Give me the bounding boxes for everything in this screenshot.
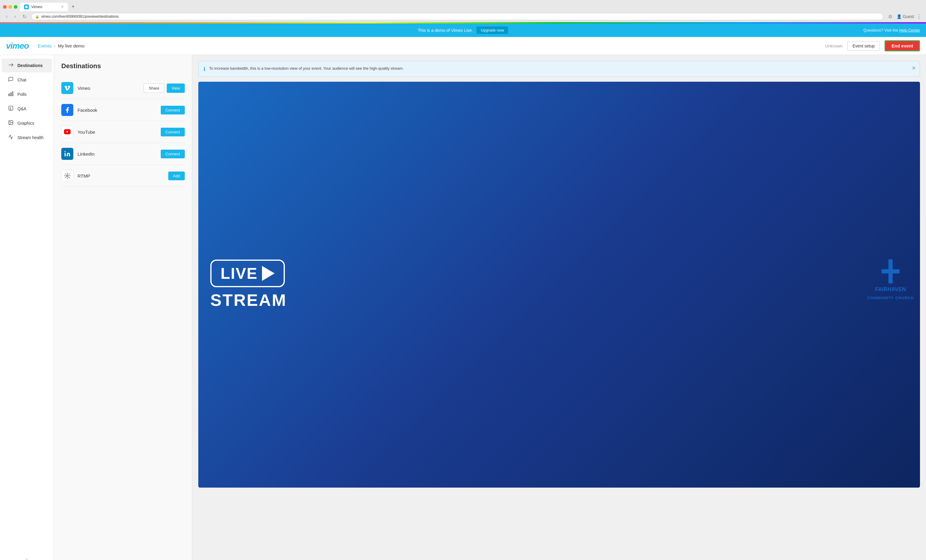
facebook-dest-name: Facebook	[77, 107, 161, 113]
live-stream-graphic: LIVE STREAM	[198, 82, 920, 487]
breadcrumb-current: My live demo	[58, 43, 85, 48]
extensions-button[interactable]: ⚙	[886, 13, 894, 20]
youtube-connect-button[interactable]: Connect	[161, 128, 185, 136]
qa-icon	[8, 106, 14, 112]
chat-icon	[8, 77, 14, 83]
youtube-icon	[61, 126, 73, 138]
svg-rect-3	[9, 94, 10, 96]
sidebar-item-polls[interactable]: Polls	[2, 88, 52, 101]
svg-point-8	[65, 151, 66, 152]
church-sub: COMMUNITY CHURCH	[867, 296, 914, 300]
vimeo-dest-name: Vimeo	[77, 86, 144, 91]
address-bar[interactable]: 🔒 vimeo.com/live/400669381/preview#desti…	[31, 13, 883, 20]
youtube-dest-actions: Connect	[161, 128, 185, 136]
sidebar-item-qa[interactable]: Q&A	[2, 102, 52, 116]
forward-button[interactable]: ›	[12, 13, 17, 20]
info-icon: ℹ	[203, 66, 206, 73]
destination-linkedin: LinkedIn Connect	[61, 143, 185, 165]
tab-close-button[interactable]: ✕	[61, 5, 64, 9]
linkedin-dest-name: LinkedIn	[77, 151, 161, 156]
sidebar-item-destinations[interactable]: Destinations	[2, 59, 52, 73]
linkedin-icon	[61, 148, 73, 160]
vimeo-view-button[interactable]: View	[167, 83, 185, 93]
content-area: Destinations Vimeo Share View Facebook	[54, 55, 926, 560]
new-tab-button[interactable]: +	[70, 2, 76, 11]
sidebar-item-chat-label: Chat	[17, 77, 26, 82]
sidebar-item-chat[interactable]: Chat	[2, 73, 52, 87]
end-event-button[interactable]: End event	[885, 40, 920, 51]
profile-label: Guest	[903, 14, 914, 19]
upgrade-button[interactable]: Upgrade now	[477, 26, 508, 34]
sidebar: Destinations Chat Polls Q&A Graphics	[0, 55, 54, 560]
sidebar-item-destinations-label: Destinations	[17, 63, 43, 68]
app-header: vimeo Events › My live demo Unknown Even…	[0, 37, 926, 55]
url-text: vimeo.com/live/400669381/preview#destina…	[41, 14, 119, 19]
tab-favicon	[24, 5, 29, 9]
close-light[interactable]	[3, 5, 7, 9]
vimeo-share-button[interactable]: Share	[144, 83, 164, 93]
reload-button[interactable]: ↻	[21, 13, 28, 20]
destinations-panel-title: Destinations	[61, 62, 185, 70]
collapse-sidebar-button[interactable]: ‹	[26, 556, 28, 560]
sidebar-item-polls-label: Polls	[17, 92, 26, 97]
destinations-icon	[8, 62, 14, 69]
header-right: Unknown Event setup End event	[825, 40, 920, 51]
browser-menu-button[interactable]: ⋮	[916, 13, 922, 20]
vimeo-logo: vimeo	[6, 41, 29, 51]
breadcrumb-events-link[interactable]: Events	[38, 43, 52, 48]
youtube-dest-name: YouTube	[77, 130, 161, 135]
lock-icon: 🔒	[35, 15, 39, 19]
cross-vertical	[888, 259, 893, 283]
help-center-link[interactable]: Help Center	[899, 28, 920, 32]
svg-point-0	[25, 6, 28, 8]
main-layout: Destinations Chat Polls Q&A Graphics	[0, 55, 926, 560]
rtmp-add-button[interactable]: Add	[168, 171, 185, 180]
preview-area: ℹ To increase bandwidth, this is a low-r…	[192, 55, 926, 560]
fullscreen-light[interactable]	[14, 5, 17, 9]
help-text: Questions? Visit the	[864, 28, 898, 32]
video-preview: LIVE STREAM FAIRHAVEN COMMUNITY CHURCH	[198, 82, 920, 487]
browser-chrome: Vimeo ✕ + ‹ › ↻ 🔒 vimeo.com/live/4006693…	[0, 0, 926, 22]
sidebar-item-stream-health-label: Stream health	[17, 135, 44, 140]
live-label: LIVE	[221, 264, 258, 282]
facebook-connect-button[interactable]: Connect	[161, 106, 185, 115]
facebook-icon	[61, 104, 73, 116]
linkedin-connect-button[interactable]: Connect	[161, 150, 185, 158]
vimeo-dest-actions: Share View	[144, 83, 185, 93]
browser-nav: ‹ › ↻ 🔒 vimeo.com/live/400669381/preview…	[0, 11, 926, 22]
facebook-dest-actions: Connect	[161, 106, 185, 115]
profile-button[interactable]: 👤 Guest	[897, 14, 914, 19]
sidebar-item-qa-label: Q&A	[17, 106, 26, 111]
svg-rect-2	[11, 93, 11, 96]
rtmp-dest-name: RTMP	[77, 173, 168, 179]
destination-rtmp: RTMP Add	[61, 165, 185, 187]
minimize-light[interactable]	[8, 5, 12, 9]
svg-rect-1	[12, 92, 13, 96]
destination-vimeo: Vimeo Share View	[61, 77, 185, 99]
browser-tab[interactable]: Vimeo ✕	[20, 3, 68, 11]
vimeo-icon	[61, 82, 73, 94]
status-badge: Unknown	[825, 44, 843, 48]
info-banner-text: To increase bandwidth, this is a low-res…	[209, 65, 915, 71]
banner-right: Questions? Visit the Help Center	[864, 28, 920, 32]
destination-youtube: YouTube Connect	[61, 121, 185, 143]
top-banner: This is a demo of Vimeo Live. Upgrade no…	[0, 23, 926, 37]
stream-health-icon	[8, 134, 14, 141]
sidebar-item-stream-health[interactable]: Stream health	[2, 131, 52, 144]
event-setup-button[interactable]: Event setup	[847, 41, 880, 51]
sidebar-item-graphics[interactable]: Graphics	[2, 116, 52, 130]
breadcrumb: Events › My live demo	[38, 43, 85, 48]
sidebar-collapse: ‹	[0, 556, 54, 560]
tab-title: Vimeo	[31, 5, 42, 9]
info-banner: ℹ To increase bandwidth, this is a low-r…	[198, 61, 920, 77]
polls-icon	[8, 91, 14, 98]
back-button[interactable]: ‹	[4, 13, 9, 20]
destination-facebook: Facebook Connect	[61, 99, 185, 121]
play-triangle-icon	[262, 266, 275, 281]
svg-point-9	[67, 175, 68, 177]
live-badge: LIVE	[210, 260, 285, 287]
svg-point-7	[10, 121, 10, 122]
graphics-icon	[8, 120, 14, 127]
church-name: FAIRHAVEN	[875, 286, 906, 293]
info-close-button[interactable]: ✕	[912, 65, 916, 71]
